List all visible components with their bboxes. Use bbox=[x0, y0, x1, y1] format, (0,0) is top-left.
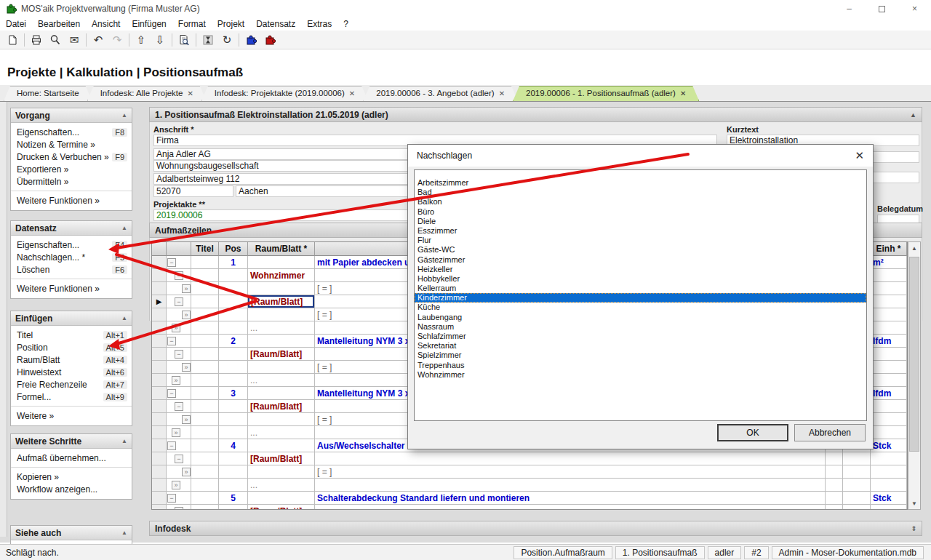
expand-icon[interactable]: » bbox=[182, 363, 191, 372]
sidebar-item-titel[interactable]: TitelAlt+1 bbox=[11, 329, 132, 341]
row-selector[interactable] bbox=[152, 374, 167, 387]
tab-0[interactable]: Home: Startseite bbox=[4, 86, 92, 101]
tab-3[interactable]: 2019.00006 - 3. Angebot (adler)✕ bbox=[363, 86, 518, 101]
tree-cell[interactable]: » bbox=[167, 321, 191, 335]
titel-cell[interactable] bbox=[191, 492, 219, 505]
pos-cell[interactable] bbox=[219, 308, 248, 321]
pos-cell[interactable] bbox=[219, 295, 248, 308]
sidebar-item-freierechenzeile[interactable]: Freie RechenzeileAlt+7 bbox=[11, 378, 132, 391]
sidebar-item-weitere[interactable]: Weitere » bbox=[11, 409, 132, 422]
tree-cell[interactable]: − bbox=[167, 505, 191, 510]
einh-cell[interactable] bbox=[871, 374, 907, 387]
titel-cell[interactable] bbox=[191, 321, 219, 335]
sidebar-item-hinweistext[interactable]: HinweistextAlt+6 bbox=[11, 366, 132, 378]
row-selector[interactable] bbox=[152, 282, 167, 295]
list-item[interactable]: Arbeitszimmer bbox=[415, 178, 866, 188]
pos-cell[interactable]: 2 bbox=[219, 335, 248, 348]
raum-blatt-cell[interactable]: ... bbox=[248, 374, 315, 387]
sidebar-item-weiterefunktionen[interactable]: Weitere Funktionen » bbox=[11, 282, 132, 295]
ok-button[interactable]: OK bbox=[717, 424, 788, 441]
tab-1[interactable]: Infodesk: Alle Projekte✕ bbox=[87, 86, 207, 101]
raum-blatt-cell[interactable] bbox=[248, 308, 315, 321]
titel-cell[interactable] bbox=[191, 374, 219, 387]
extra-cell-2[interactable] bbox=[843, 479, 871, 492]
tree-cell[interactable]: − bbox=[167, 295, 191, 308]
pos-cell[interactable] bbox=[219, 479, 248, 492]
row-selector[interactable] bbox=[152, 413, 167, 426]
sidebar-item-position[interactable]: PositionAlt+5 bbox=[11, 341, 132, 353]
sidebar-item-exportieren[interactable]: Exportieren » bbox=[11, 163, 132, 175]
tree-cell[interactable]: » bbox=[167, 308, 191, 321]
titel-cell[interactable] bbox=[191, 505, 219, 510]
expand-icon[interactable]: » bbox=[172, 324, 180, 332]
tree-cell[interactable]: − bbox=[167, 256, 191, 269]
titel-cell[interactable] bbox=[191, 348, 219, 361]
row-selector[interactable] bbox=[152, 505, 167, 510]
collapse-node-icon[interactable]: − bbox=[167, 494, 176, 503]
sidebar-item-nachschlagen[interactable]: Nachschlagen... *F5 bbox=[11, 251, 132, 263]
extra-cell-2[interactable] bbox=[843, 452, 871, 465]
row-selector[interactable] bbox=[152, 465, 167, 479]
list-item[interactable]: Kellerraum bbox=[415, 284, 866, 293]
titel-cell[interactable] bbox=[191, 335, 219, 348]
titel-cell[interactable] bbox=[191, 308, 219, 321]
extra-cell-2[interactable] bbox=[843, 465, 871, 479]
extra-cell-1[interactable] bbox=[826, 479, 843, 492]
pos-cell[interactable] bbox=[219, 321, 248, 335]
scroll-down-icon[interactable]: ▼ bbox=[908, 497, 920, 509]
titel-cell[interactable] bbox=[191, 282, 219, 295]
tree-cell[interactable]: − bbox=[167, 348, 191, 361]
tree-cell[interactable]: » bbox=[167, 361, 191, 374]
row-selector[interactable] bbox=[152, 479, 167, 492]
menu-?[interactable]: ? bbox=[337, 19, 354, 29]
sidebar-item-eigenschaften[interactable]: Eigenschaften...F4 bbox=[11, 239, 132, 251]
list-item[interactable]: Esszimmer bbox=[415, 226, 866, 236]
pos-cell[interactable]: 3 bbox=[219, 387, 248, 400]
tab-2[interactable]: Infodesk: Projektakte (2019.00006)✕ bbox=[201, 86, 368, 101]
pos-cell[interactable] bbox=[219, 348, 248, 361]
row-selector[interactable] bbox=[152, 348, 167, 361]
infodesk-bar[interactable]: Infodesk ⇕ bbox=[149, 521, 922, 536]
sidebar-item-druckenverbuchen[interactable]: Drucken & Verbuchen »F9 bbox=[11, 151, 132, 163]
beschreibung-cell[interactable] bbox=[315, 505, 826, 510]
refresh-icon[interactable]: ↻ bbox=[217, 32, 236, 48]
pos-cell[interactable] bbox=[219, 426, 248, 439]
titel-cell[interactable] bbox=[191, 295, 219, 308]
einh-cell[interactable] bbox=[871, 505, 907, 510]
list-item[interactable]: Nassraum bbox=[415, 322, 866, 332]
row-selector[interactable] bbox=[152, 452, 167, 465]
list-item[interactable]: Bad bbox=[415, 188, 866, 197]
collapse-node-icon[interactable]: − bbox=[175, 507, 183, 510]
expand-icon[interactable]: » bbox=[172, 481, 180, 489]
row-selector[interactable] bbox=[152, 361, 167, 374]
titel-cell[interactable] bbox=[191, 413, 219, 426]
raum-blatt-cell[interactable] bbox=[248, 282, 315, 295]
module-red-icon[interactable] bbox=[260, 32, 279, 48]
sidebar-item-workflowanzeigen[interactable]: Workflow anzeigen... bbox=[11, 483, 132, 495]
sidebar-item-notizentermine[interactable]: Notizen & Termine » bbox=[11, 138, 132, 151]
raum-blatt-cell[interactable]: [Raum/Blatt] bbox=[248, 400, 315, 413]
list-item[interactable]: Wohnzimmer bbox=[415, 370, 866, 380]
collapse-node-icon[interactable]: − bbox=[175, 271, 183, 280]
collapse-node-icon[interactable]: − bbox=[167, 389, 176, 398]
sidebar-item-bermitteln[interactable]: Übermitteln » bbox=[11, 175, 132, 188]
collapse-node-icon[interactable]: − bbox=[167, 441, 176, 450]
menu-ansicht[interactable]: Ansicht bbox=[86, 19, 126, 29]
hourglass-icon[interactable] bbox=[199, 32, 217, 48]
einh-cell[interactable]: lfdm bbox=[871, 335, 907, 348]
tree-cell[interactable]: » bbox=[167, 426, 191, 439]
extra-cell-1[interactable] bbox=[826, 452, 843, 465]
raum-blatt-cell[interactable] bbox=[248, 361, 315, 374]
einh-cell[interactable]: lfdm bbox=[871, 387, 907, 400]
list-item[interactable]: Gäste-WC bbox=[415, 245, 866, 255]
tab-close-icon[interactable]: ✕ bbox=[349, 89, 355, 97]
einh-cell[interactable]: m² bbox=[871, 256, 907, 269]
col-selector[interactable] bbox=[152, 242, 167, 256]
pos-cell[interactable] bbox=[219, 269, 248, 282]
document-header-bar[interactable]: 1. Positionsaufmaß Elektroinstallation 2… bbox=[149, 107, 922, 122]
pos-cell[interactable] bbox=[219, 452, 248, 465]
pos-cell[interactable] bbox=[219, 413, 248, 426]
expand-icon[interactable]: ⇕ bbox=[911, 525, 916, 532]
collapse-node-icon[interactable]: − bbox=[175, 455, 183, 463]
pos-cell[interactable] bbox=[219, 374, 248, 387]
